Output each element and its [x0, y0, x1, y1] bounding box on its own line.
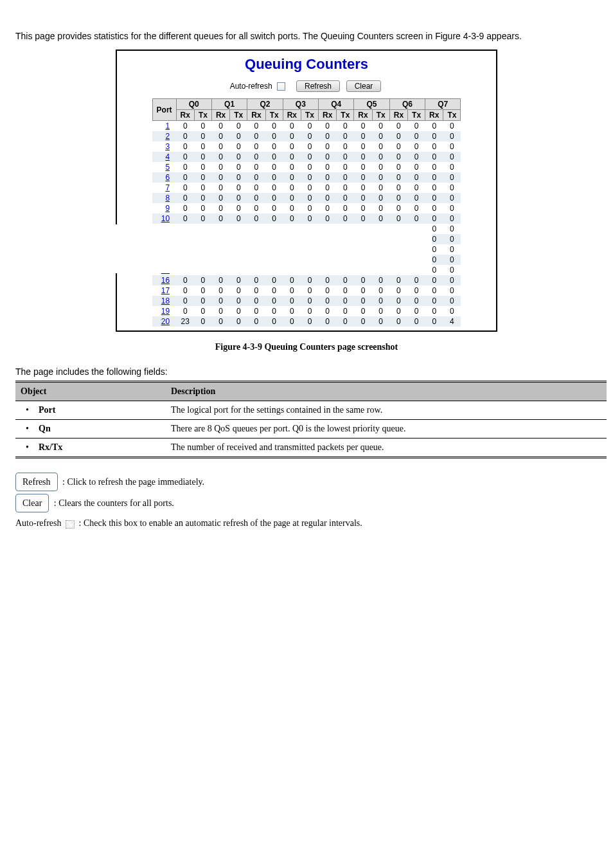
cell-value: 0 — [389, 275, 407, 285]
cell-value: 0 — [283, 172, 301, 183]
cell-value: 0 — [176, 213, 194, 224]
col-q3-rx: Rx — [283, 110, 301, 121]
cell-value: 0 — [372, 296, 389, 306]
cell-value: 0 — [354, 162, 372, 172]
cell-value: 0 — [372, 306, 389, 316]
cell-value: 0 — [354, 193, 372, 203]
cell-value: 0 — [194, 172, 211, 183]
cell-value: 0 — [194, 296, 211, 306]
auto-refresh-checkbox-inline[interactable] — [66, 520, 75, 529]
clear-button-inline[interactable]: Clear — [15, 494, 49, 512]
cell-value: 0 — [230, 152, 247, 162]
cell-value: 0 — [337, 172, 354, 183]
port-link[interactable]: 3 — [165, 142, 170, 151]
cell-value: 0 — [211, 172, 229, 183]
cell-value: 0 — [230, 306, 247, 316]
cell-value: 0 — [230, 162, 247, 172]
port-link[interactable]: 10 — [161, 214, 170, 223]
cell-value: 0 — [265, 152, 283, 162]
cell-value: 0 — [176, 275, 194, 285]
table-row: 190000000000000000 — [152, 306, 461, 316]
port-link[interactable]: 7 — [165, 183, 170, 192]
cell-value: 0 — [389, 172, 407, 183]
port-link[interactable]: 6 — [165, 173, 170, 182]
cell-value: 0 — [443, 296, 461, 306]
cell-value: 0 — [425, 193, 443, 203]
cell-value: 0 — [230, 121, 247, 132]
port-link[interactable]: 1 — [165, 122, 170, 131]
cell-port: 9 — [152, 203, 176, 213]
cell-port: 17 — [152, 285, 176, 296]
port-link[interactable]: 4 — [165, 152, 170, 161]
table-row: 80000000000000000 — [152, 193, 461, 203]
port-link[interactable]: 17 — [161, 286, 170, 295]
col-q3-tx: Tx — [301, 110, 318, 121]
col-q4-tx: Tx — [337, 110, 354, 121]
cell-value: 0 — [319, 306, 337, 316]
cell-value: 0 — [230, 172, 247, 183]
port-link[interactable]: 19 — [161, 307, 170, 316]
clear-button-desc: : Clears the counters for all ports. — [54, 498, 174, 508]
cell-value: 0 — [389, 193, 407, 203]
cell-value: 0 — [443, 172, 461, 183]
port-link[interactable]: 8 — [165, 194, 170, 203]
cell-port: 6 — [152, 172, 176, 183]
cell-value: 0 — [408, 131, 425, 141]
cell-value: 0 — [194, 152, 211, 162]
col-q5-tx: Tx — [372, 110, 389, 121]
cell-value: 0 — [301, 213, 318, 224]
cell-value: 0 — [265, 172, 283, 183]
clear-button[interactable]: Clear — [346, 80, 382, 92]
object-table: Object Description PortThe logical port … — [15, 381, 607, 458]
cell-value: 0 — [337, 152, 354, 162]
cell-value: 0 — [265, 285, 283, 296]
cell-port: 8 — [152, 193, 176, 203]
cell-value: 0 — [443, 285, 461, 296]
cell-value: 0 — [372, 121, 389, 132]
cell-value: 0 — [301, 152, 318, 162]
cell-value: 0 — [319, 275, 337, 285]
cell-value: 0 — [389, 121, 407, 132]
cell-value: 0 — [337, 131, 354, 141]
cell-value: 0 — [354, 203, 372, 213]
cell-value: 0 — [425, 162, 443, 172]
cell-value: 0 — [425, 306, 443, 316]
cell-value: 0 — [283, 152, 301, 162]
object-header: Object — [15, 382, 166, 401]
auto-refresh-checkbox[interactable] — [277, 82, 285, 91]
cell-value: 0 — [265, 183, 283, 193]
cell-value: 0 — [319, 131, 337, 141]
refresh-button-inline[interactable]: Refresh — [15, 473, 58, 491]
cell-value: 0 — [372, 172, 389, 183]
table-row: 100000000000000000 — [152, 213, 461, 224]
cell-value: 0 — [283, 285, 301, 296]
object-desc: The number of received and transmitted p… — [166, 439, 607, 458]
cell-value: 0 — [194, 213, 211, 224]
cell-value: 0 — [283, 275, 301, 285]
cell-value: 0 — [319, 172, 337, 183]
port-link[interactable]: 2 — [165, 132, 170, 141]
cell-value: 0 — [247, 193, 265, 203]
port-link[interactable]: 16 — [161, 276, 170, 285]
cell-value: 0 — [301, 203, 318, 213]
cell-value: 0 — [425, 141, 443, 152]
cell-port: 4 — [152, 152, 176, 162]
port-link[interactable]: 18 — [161, 296, 170, 305]
port-link[interactable]: 9 — [165, 204, 170, 213]
cell-value: 0 — [301, 162, 318, 172]
cell-port: 7 — [152, 183, 176, 193]
col-q4-rx: Rx — [319, 110, 337, 121]
cell-value: 4 — [443, 316, 461, 327]
table-row: 60000000000000000 — [152, 172, 461, 183]
cell-value: 0 — [408, 141, 425, 152]
cell-port: 16 — [152, 275, 176, 285]
refresh-button[interactable]: Refresh — [296, 80, 340, 92]
table-header: PortQ0Q1Q2Q3Q4Q5Q6Q7RxTxRxTxRxTxRxTxRxTx… — [152, 99, 461, 121]
cell-value: 0 — [176, 296, 194, 306]
port-link[interactable]: 20 — [161, 317, 170, 326]
object-desc: There are 8 QoS queues per port. Q0 is t… — [166, 420, 607, 439]
port-link[interactable]: 5 — [165, 163, 170, 172]
cell-value: 0 — [211, 285, 229, 296]
cell-value: 0 — [319, 183, 337, 193]
cell-value: 0 — [408, 203, 425, 213]
